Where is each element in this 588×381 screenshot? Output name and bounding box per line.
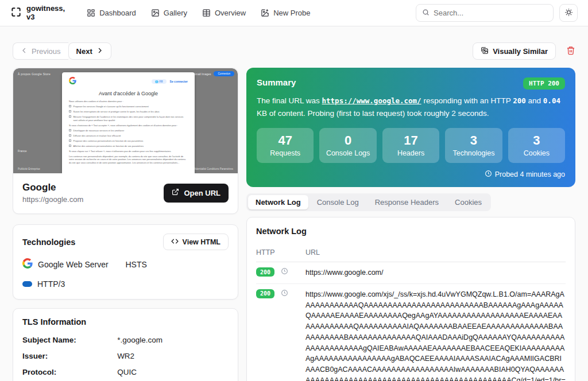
tech-item-google-web-server: Google Web Server <box>22 258 126 270</box>
consent-intro: Nous utilisons des cookies et d'autres d… <box>69 100 188 103</box>
clock-icon <box>281 267 288 277</box>
tech-label: HTTP/3 <box>37 279 65 289</box>
nav-gallery-label: Gallery <box>164 9 187 17</box>
tab-network-log[interactable]: Network Log <box>248 195 308 209</box>
sun-icon <box>564 8 573 18</box>
view-html-label: View HTML <box>183 238 220 246</box>
network-log-table: HTTP URL 200 <box>256 245 566 381</box>
nav-dashboard[interactable]: Dashboard <box>87 9 136 17</box>
summary-stats: 47Requests 0Console Logs 17Headers 3Tech… <box>257 128 565 163</box>
tls-row-value: WR2 <box>117 352 229 360</box>
search-icon <box>422 8 430 18</box>
status-badge: 200 <box>256 267 274 277</box>
tls-heading: TLS Information <box>22 317 229 326</box>
view-html-button[interactable]: View HTML <box>163 234 229 250</box>
top-navigation-bar: gowitness,v3 Dashboard Gallery <box>0 0 588 26</box>
open-url-button[interactable]: Open URL <box>164 184 229 203</box>
nav-gallery[interactable]: Gallery <box>151 9 187 17</box>
tab-cookies[interactable]: Cookies <box>447 195 489 209</box>
nav-new-probe-label: New Probe <box>273 9 310 17</box>
screenshot-thumbnail[interactable]: À propos Google Store Gmail Images Conne… <box>13 68 238 173</box>
nav-new-probe[interactable]: New Probe <box>261 9 310 17</box>
search-box[interactable] <box>416 4 554 22</box>
request-url: https://www.google.com/ <box>305 262 566 284</box>
tech-item-http3: HTTP/3 <box>22 279 126 289</box>
app-logo[interactable]: gowitness,v3 <box>10 5 65 22</box>
visually-similar-button[interactable]: Visually Similar <box>473 42 556 60</box>
chevron-right-icon <box>96 47 103 56</box>
technologies-card: Technologies View HTML <box>13 224 238 300</box>
probed-timestamp: Probed 4 minutes ago <box>257 170 565 179</box>
consent-heading: Avant d'accéder à Google <box>69 91 188 96</box>
consent-bullet: Développer de nouveaux services et les a… <box>69 129 188 133</box>
consent-bullet: Afficher des annonces personnalisées en … <box>69 145 188 148</box>
tab-console-log[interactable]: Console Log <box>310 195 366 209</box>
thumb-topbar-links: À propos Google Store <box>18 72 51 76</box>
language-pill: 🌐FR <box>152 79 167 84</box>
previous-button[interactable]: Previous <box>13 42 68 60</box>
signin-link: Se connecter <box>170 80 188 83</box>
consent-bullet: Mesurer l'engagement de l'audience et le… <box>69 115 188 122</box>
consent-fine-print: Les contenus non personnalisés dépendent… <box>69 155 188 165</box>
consent-bullet: Proposer les services Google et s'assure… <box>69 105 188 108</box>
thumb-connexion-button: Connexion <box>214 71 234 76</box>
google-g-logo <box>69 76 76 87</box>
consent-bullet: Proposer des contenus personnalisés en f… <box>69 139 188 143</box>
tls-row-value: QUIC <box>117 368 229 376</box>
stat-console-logs: 0Console Logs <box>319 128 376 163</box>
next-label: Next <box>76 47 92 56</box>
final-url-link[interactable]: https://www.google.com/ <box>322 96 421 105</box>
open-url-label: Open URL <box>184 189 220 197</box>
http3-badge-icon <box>22 281 32 287</box>
site-url: https://google.com <box>22 195 83 204</box>
tls-row-label: Issuer: <box>22 352 117 360</box>
detail-toolbar: Previous Next Visually Similar <box>0 26 588 68</box>
next-button[interactable]: Next <box>68 42 111 60</box>
search-input[interactable] <box>434 9 547 17</box>
dashboard-icon <box>87 9 95 17</box>
tech-label: HSTS <box>126 260 147 269</box>
tls-row-label: Subject Name: <box>22 336 117 344</box>
tab-response-headers[interactable]: Response Headers <box>368 195 446 209</box>
external-link-icon <box>172 188 179 197</box>
tech-item-hsts: HSTS <box>126 258 229 270</box>
image-plus-icon <box>261 9 269 17</box>
consent-accept-line: Si vous choisissez de « Tout accepter »,… <box>69 124 188 127</box>
nav-overview-label: Overview <box>215 9 246 17</box>
stat-headers: 17Headers <box>382 128 439 163</box>
clock-icon <box>485 170 492 179</box>
chevron-left-icon <box>21 47 28 56</box>
summary-card: Summary HTTP 200 The final URL was https… <box>246 68 575 187</box>
stat-cookies: 3Cookies <box>508 128 565 163</box>
table-row[interactable]: 200 https://www.google.com/ <box>256 262 566 284</box>
nav-dashboard-label: Dashboard <box>99 9 136 17</box>
tls-information-card: TLS Information Subject Name: *.google.c… <box>13 308 238 381</box>
table-row[interactable]: 200 https://www.google.com/xjs/_/ss/k=xj… <box>256 283 566 381</box>
network-log-heading: Network Log <box>256 227 566 236</box>
delete-button[interactable] <box>566 46 575 57</box>
column-header-http: HTTP <box>256 245 305 262</box>
thumb-gmail-images: Gmail Images <box>194 72 211 76</box>
tls-row-value: *.google.com <box>117 336 229 344</box>
main-nav: Dashboard Gallery Overview <box>87 9 410 17</box>
summary-heading: Summary <box>257 77 296 87</box>
trash-icon <box>566 46 575 57</box>
consent-refuse-line: Si vous cliquez sur « Tout refuser », no… <box>69 150 188 153</box>
theme-toggle-button[interactable] <box>559 4 578 22</box>
google-consent-modal: 🌐FR Se connecter Avant d'accéder à Googl… <box>62 72 195 173</box>
tls-row-label: Protocol: <box>22 368 117 376</box>
screenshot-card: À propos Google Store Gmail Images Conne… <box>13 68 238 214</box>
code-icon <box>171 238 179 247</box>
detail-tabs: Network Log Console Log Response Headers… <box>246 193 491 211</box>
technologies-heading: Technologies <box>22 238 75 247</box>
stat-technologies: 3Technologies <box>445 128 502 163</box>
scan-logo-icon <box>10 6 22 20</box>
visually-similar-label: Visually Similar <box>493 47 548 56</box>
request-url: https://www.google.com/xjs/_/ss/k=xjs.hd… <box>305 283 566 381</box>
gallery-icon <box>151 9 160 17</box>
previous-label: Previous <box>32 47 61 56</box>
google-g-icon <box>22 258 33 270</box>
nav-overview[interactable]: Overview <box>202 9 246 17</box>
clock-icon <box>281 289 288 298</box>
site-title: Google <box>22 182 83 193</box>
